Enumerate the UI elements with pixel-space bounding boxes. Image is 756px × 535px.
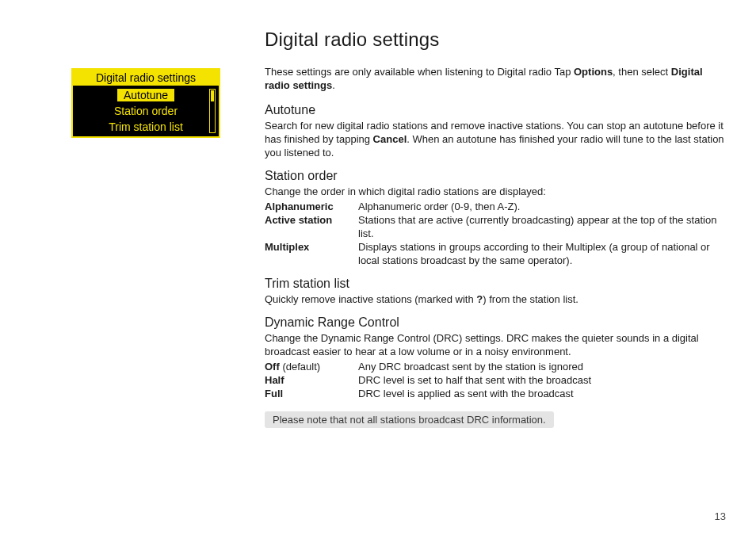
autotune-text: Search for new digital radio stations an… [265,119,726,159]
def-row: Multiplex Displays stations in groups ac… [265,240,726,267]
def-desc: DRC level is set to half that sent with … [358,373,726,387]
scrollbar [209,89,216,133]
def-term: Active station [265,213,358,240]
def-desc: Displays stations in groups according to… [358,240,726,267]
station-order-intro: Change the order in which digital radio … [265,185,726,198]
screen-menu: Autotune Station order Trim station list [73,86,219,136]
options-label: Options [574,66,613,78]
intro-middle: , then select [613,66,671,78]
drc-note: Please note that not all stations broadc… [265,411,554,428]
intro-suffix: . [332,79,335,91]
screen-item-autotune: Autotune [73,87,219,103]
drc-intro: Change the Dynamic Range Control (DRC) s… [265,331,726,358]
page-title: Digital radio settings [265,29,726,51]
drc-heading: Dynamic Range Control [265,315,726,330]
def-term: Multiplex [265,240,358,267]
def-row: Alphanumeric Alphanumeric order (0-9, th… [265,200,726,213]
screen-item-trim: Trim station list [73,119,219,135]
screen-item-station-order: Station order [73,103,219,119]
def-desc: DRC level is applied as sent with the br… [358,387,726,400]
intro-text: These settings are only available when l… [265,65,726,92]
def-row: Active station Stations that are active … [265,213,726,240]
cancel-label: Cancel [373,133,407,145]
trim-heading: Trim station list [265,277,726,291]
trim-text: Quickly remove inactive stations (marked… [265,292,726,306]
content: Digital radio settings These settings ar… [265,29,726,428]
def-term: Full [265,387,358,400]
def-desc: Alphanumeric order (0-9, then A-Z). [358,200,726,213]
scrollbar-thumb [211,90,214,101]
screen-title: Digital radio settings [73,70,219,86]
device-screen: Digital radio settings Autotune Station … [71,68,220,138]
screen-item-label: Autotune [117,89,174,101]
def-term: Off (default) [265,360,358,373]
def-term: Half [265,373,358,387]
def-row: Full DRC level is applied as sent with t… [265,387,726,400]
station-order-defs: Alphanumeric Alphanumeric order (0-9, th… [265,200,726,267]
def-desc: Any DRC broadcast sent by the station is… [358,360,726,373]
page-number: 13 [715,510,726,522]
trim-before: Quickly remove inactive stations (marked… [265,293,476,305]
trim-after: ) from the station list. [483,293,578,305]
def-row: Half DRC level is set to half that sent … [265,373,726,387]
intro-prefix: These settings are only available when l… [265,66,574,78]
station-order-heading: Station order [265,169,726,183]
def-term: Alphanumeric [265,200,358,213]
autotune-heading: Autotune [265,103,726,117]
def-desc: Stations that are active (currently broa… [358,213,726,240]
drc-defs: Off (default) Any DRC broadcast sent by … [265,360,726,400]
def-row: Off (default) Any DRC broadcast sent by … [265,360,726,373]
